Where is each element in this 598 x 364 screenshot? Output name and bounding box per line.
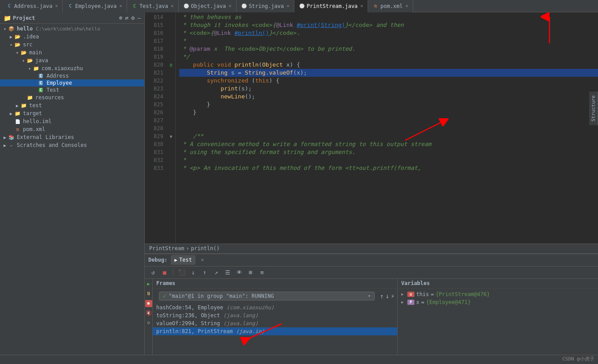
- settings-ctrl[interactable]: ⚙: [145, 319, 152, 326]
- thread-dropdown[interactable]: ✓ "main"@1 in group "main": RUNNING ▾: [159, 292, 375, 300]
- variables-panel: Variables ▶ ≡ this = {PrintStream@476}: [398, 279, 598, 355]
- tree-item-hello[interactable]: ▾ 📦 hello C:\work\code\zhw\hello: [0, 25, 144, 33]
- close-icon[interactable]: ×: [119, 3, 122, 9]
- expand-arrow: ▶: [2, 143, 8, 148]
- watermark: CSDN @小虎子: [562, 356, 594, 362]
- tree-item-main[interactable]: ▾ 📂 main: [0, 49, 144, 56]
- xml-icon: m: [14, 126, 21, 133]
- expand-arrow: ▾: [2, 26, 8, 31]
- resume-ctrl[interactable]: ▶: [145, 281, 152, 288]
- close-icon[interactable]: ×: [406, 3, 409, 9]
- code-line-825: }: [179, 101, 598, 109]
- class-icon: C: [39, 81, 43, 85]
- filter-btn[interactable]: ⚡: [391, 293, 395, 300]
- close-icon[interactable]: ×: [286, 3, 290, 9]
- evaluate-btn[interactable]: ☰: [223, 267, 233, 277]
- tab-string[interactable]: ⚪ String.java ×: [237, 0, 294, 12]
- folder-icon: 📁: [20, 102, 27, 109]
- tree-item-test-class[interactable]: C Test: [0, 86, 144, 94]
- frame-item-valueof[interactable]: valueOf:2994, String (java.lang): [153, 319, 397, 327]
- var-item-this[interactable]: ▶ ≡ this = {PrintStream@476}: [398, 290, 598, 298]
- code-line-827: [179, 116, 598, 124]
- debug-header: Debug: ▶ Test ×: [145, 254, 598, 266]
- tree-item-java[interactable]: ▾ 📂 java: [0, 56, 144, 64]
- add-icon[interactable]: ⊕: [119, 15, 123, 21]
- package-icon: 📁: [33, 65, 40, 72]
- project-sidebar: 📁 Project ⊕ ⇄ ⚙ — ▾ 📦 hello C:\work\code…: [0, 12, 145, 355]
- line-numbers: 814 815 816 817 818 819 820 821 822 823 …: [145, 12, 167, 244]
- debug-left-controls: ▶ ⏸ ■ 🔇 ⚙: [145, 279, 153, 355]
- tab-address[interactable]: C Address.java ×: [2, 0, 63, 12]
- mute-ctrl[interactable]: 🔇: [145, 310, 152, 317]
- tab-test[interactable]: C Test.java ×: [127, 0, 179, 12]
- code-line-823: print(s);: [179, 85, 598, 93]
- tab-printstream[interactable]: ⚪ PrintStream.java ×: [294, 0, 368, 12]
- sidebar-header-icons: ⊕ ⇄ ⚙ —: [119, 15, 141, 21]
- code-line-830: * A convenience method to write a format…: [179, 140, 598, 148]
- breadcrumb-file: PrintStream: [149, 245, 184, 251]
- tree-item-hello-iml[interactable]: 📄 hello.iml: [0, 117, 144, 125]
- gear-icon[interactable]: ⚙: [131, 15, 135, 21]
- code-line-833: * <p> An invocation of this method of th…: [179, 164, 598, 172]
- tree-item-package[interactable]: ▾ 📁 com.xiaoxuzhu: [0, 64, 144, 72]
- stop-ctrl[interactable]: ■: [145, 300, 152, 307]
- expand-var-arrow: ▶: [401, 300, 407, 304]
- expand-arrow: ▶: [2, 135, 8, 140]
- tree-item-src[interactable]: ▾ 📂 src: [0, 41, 144, 49]
- structure-tab[interactable]: Structure: [589, 92, 598, 125]
- frame-item-tostring[interactable]: toString:236, Object (java.lang): [153, 311, 397, 319]
- close-debug-tab[interactable]: ×: [201, 257, 204, 263]
- tree-item-test-folder[interactable]: ▶ 📁 test: [0, 101, 144, 109]
- tab-object[interactable]: ⚪ Object.java ×: [179, 0, 237, 12]
- debug-tab-test[interactable]: ▶ Test: [171, 255, 196, 265]
- debug-toolbar: ↺ ■ ⬛ ↓ ↑ ↗ ☰ 👁 ⊞ ≡: [145, 266, 598, 279]
- expand-arrow: ▶: [14, 103, 20, 108]
- expand-var-arrow: ▶: [401, 292, 407, 296]
- code-editor[interactable]: * then behaves as * though it invokes <c…: [176, 12, 598, 244]
- watch-btn[interactable]: 👁: [234, 267, 244, 277]
- sync-icon[interactable]: ⇄: [125, 15, 129, 21]
- down-arrow-btn[interactable]: ↓: [385, 293, 389, 300]
- pause-ctrl[interactable]: ⏸: [145, 290, 152, 297]
- var-item-x[interactable]: ▶ P x = {Employee@471}: [398, 298, 598, 306]
- tree-item-address[interactable]: C Address: [0, 72, 144, 79]
- tree-item-scratches[interactable]: ▶ ✏️ Scratches and Consoles: [0, 141, 144, 149]
- debug-content: ▶ ⏸ ■ 🔇 ⚙ Frames ✓: [145, 279, 598, 355]
- close-icon[interactable]: ×: [55, 3, 58, 9]
- step-out-btn[interactable]: ↑: [200, 267, 210, 277]
- dropdown-arrow-icon: ▾: [368, 293, 371, 298]
- frame-item-hashcode[interactable]: hashCode:54, Employee (com.xiaoxuzhu): [153, 304, 397, 311]
- run-to-cursor-btn[interactable]: ↗: [211, 267, 221, 277]
- test-tab-icon: ▶: [174, 257, 177, 263]
- more-btn[interactable]: ⊞: [246, 267, 256, 277]
- tree-item-external-libs[interactable]: ▶ 📚 External Libraries: [0, 133, 144, 141]
- this-var-icon: ≡: [407, 292, 414, 297]
- stop-btn[interactable]: ■: [160, 267, 169, 277]
- iml-icon: 📄: [14, 118, 21, 125]
- test-icon: C: [132, 3, 138, 9]
- close-icon[interactable]: ×: [171, 3, 174, 9]
- tab-employee[interactable]: C Employee.java ×: [63, 0, 127, 12]
- editor-area: 814 815 816 817 818 819 820 821 822 823 …: [145, 12, 598, 244]
- breadcrumb-method: println(): [191, 245, 220, 251]
- tree-item-pom-xml[interactable]: m pom.xml: [0, 125, 144, 133]
- settings-btn[interactable]: ≡: [257, 267, 267, 277]
- frame-item-println[interactable]: println:821, PrintStream (java.io): [153, 327, 397, 335]
- close-icon[interactable]: ×: [229, 3, 232, 9]
- code-line-814: * then behaves as: [179, 13, 598, 21]
- step-over-btn[interactable]: ⬛: [177, 267, 187, 277]
- minimize-icon[interactable]: —: [137, 15, 141, 21]
- tab-pom[interactable]: m pom.xml ×: [368, 0, 413, 12]
- sidebar-header: 📁 Project ⊕ ⇄ ⚙ —: [0, 12, 144, 24]
- tree-item-resources[interactable]: 📁 resources: [0, 94, 144, 101]
- java-icon: ⚪: [299, 3, 305, 9]
- java-icon: ⚪: [241, 3, 247, 9]
- resume-btn[interactable]: ↺: [148, 267, 158, 277]
- code-line-821: String s = String.valueOf(x);: [179, 69, 598, 77]
- tree-item-target[interactable]: ▶ 📁 target: [0, 109, 144, 117]
- step-into-btn[interactable]: ↓: [188, 267, 198, 277]
- up-arrow-btn[interactable]: ↑: [380, 293, 384, 300]
- close-icon[interactable]: ×: [360, 3, 363, 9]
- tree-item-employee[interactable]: C Employee: [0, 79, 144, 86]
- tree-item-idea[interactable]: ▶ 📂 .idea: [0, 33, 144, 41]
